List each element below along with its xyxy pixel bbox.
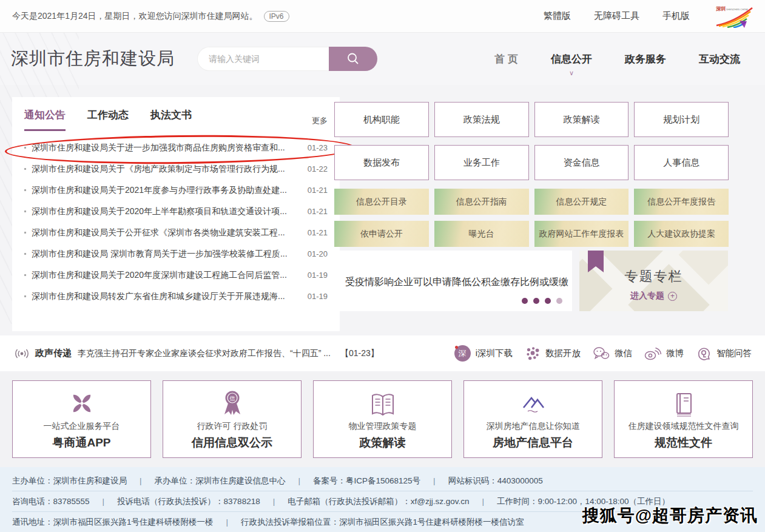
carousel-dot[interactable] <box>545 298 551 304</box>
i-shenzhen-app-icon: 深 <box>454 345 471 362</box>
carousel-dot[interactable] <box>522 298 528 304</box>
quicklink-button[interactable]: 政策解读 <box>534 102 629 137</box>
news-item-date: 01-22 <box>308 164 328 173</box>
enter-topics-link[interactable]: 进入专题+ <box>579 291 728 301</box>
nav-info-disclosure[interactable]: 信息公开∨ <box>534 33 608 85</box>
quicklink-button[interactable]: 人事信息 <box>634 145 729 180</box>
service-label: 微博 <box>666 348 684 359</box>
service-data-open[interactable]: 数据开放 <box>525 346 581 362</box>
more-link[interactable]: 更多 <box>312 115 328 131</box>
quicklink-button[interactable]: 数据发布 <box>334 145 429 180</box>
bullet-icon <box>24 168 26 170</box>
service-weibo[interactable]: 微博 <box>644 346 684 360</box>
quicklink-button[interactable]: 规划计划 <box>634 102 729 137</box>
news-item[interactable]: 深圳市住房和建设局转发广东省住房和城乡建设厅关于开展违规海... 01-19 <box>24 286 328 307</box>
quicklink-button[interactable]: 信息公开指南 <box>434 189 529 215</box>
service-ishenzhen-download[interactable]: 深 i深圳下载 <box>454 345 513 362</box>
quicklink-button[interactable]: 信息公开年度报告 <box>634 189 729 215</box>
footer-row-2: 咨询电话：83785555投诉电话（行政执法投诉）：83788218电子邮箱（行… <box>12 491 753 511</box>
special-topics-card[interactable]: 专题专栏 进入专题+ <box>579 251 728 311</box>
nav-home[interactable]: 首 页∨ <box>478 33 534 85</box>
card-policy-interpretation[interactable]: 物业管理政策专题 政策解读 <box>313 380 452 458</box>
quicklink-button[interactable]: 业务工作 <box>434 145 529 180</box>
news-item-title[interactable]: 深圳市住房和建设局关于2021年度参与办理行政事务及协助查处建... <box>32 185 302 196</box>
enter-topics-label: 进入专题 <box>630 291 664 300</box>
card-title: 政策解读 <box>360 435 406 451</box>
flower-icon <box>67 389 96 418</box>
credit-medal-icon: 信 <box>218 389 247 418</box>
news-item[interactable]: 深圳市住房和建设局关于2020年度深圳市建设工程施工合同后监管... 01-19 <box>24 264 328 286</box>
news-item-title[interactable]: 深圳市住房和建设局关于公开征求《深圳市各类物业建筑安装工程... <box>32 227 302 238</box>
quicklink-button[interactable]: 机构职能 <box>334 102 429 137</box>
ticker-date: 【01-23】 <box>340 348 379 359</box>
card-normative-documents[interactable]: 住房建设领域规范性文件查询 规范性文件 <box>614 380 753 458</box>
service-wechat[interactable]: 微信 <box>593 346 632 360</box>
carousel-dot[interactable] <box>533 298 539 304</box>
quicklink-button[interactable]: 曝光台 <box>434 221 529 247</box>
news-item[interactable]: 深圳市住房和建设局关于《房地产政策制定与市场管理行政行为规... 01-22 <box>24 158 328 180</box>
quicklink-button[interactable]: 政策法规 <box>434 102 529 137</box>
news-item-title[interactable]: 深圳市住房和建设局关于2020年上半年勘察项目和轨道交通设计项... <box>32 206 302 217</box>
footer-text: 通讯地址：深圳市福田区振兴路1号住建科研楼附楼一楼 <box>12 517 214 527</box>
card-yueshangtong-app[interactable]: 一站式企业服务平台 粤商通APP <box>12 380 151 458</box>
news-item-title[interactable]: 深圳市住房和建设局关于进一步加强我市商品住房购房资格审查和... <box>32 143 302 153</box>
search-button[interactable] <box>329 47 377 71</box>
topbar-link[interactable]: 繁體版 <box>544 10 571 22</box>
quicklink-button[interactable]: 信息公开目录 <box>334 189 429 215</box>
svg-text:SHENZHEN·CHINA: SHENZHEN·CHINA <box>726 8 748 11</box>
news-tab[interactable]: 工作动态 <box>87 108 129 131</box>
card-subtitle: 住房建设领域规范性文件查询 <box>629 421 739 432</box>
nav-services-label: 政务服务 <box>625 52 666 66</box>
card-title: 粤商通APP <box>52 435 110 451</box>
nav-gov-services[interactable]: 政务服务∨ <box>608 33 682 85</box>
notice-carousel[interactable]: 受疫情影响企业可以申请降低公积金缴存比例或缓缴 <box>334 251 572 311</box>
topbar-links: 繁體版无障碍工具手机版 <box>544 10 690 22</box>
news-item[interactable]: 深圳市住房和建设局关于2020年上半年勘察项目和轨道交通设计项... 01-21 <box>24 201 328 222</box>
nav-interaction[interactable]: 互动交流∨ <box>682 33 757 85</box>
service-smart-qa[interactable]: 智能问答 <box>696 346 752 362</box>
news-tab[interactable]: 执法文书 <box>150 108 192 131</box>
news-item[interactable]: 深圳市住房和建设局 深圳市教育局关于进一步加强学校装修工程质... 01-20 <box>24 243 328 264</box>
topbar-link[interactable]: 无障碍工具 <box>594 10 639 22</box>
ipv6-badge[interactable]: IPv6 <box>264 11 289 22</box>
card-subtitle: 深圳房地产信息让你知道 <box>487 421 580 432</box>
special-topics-title: 专题专栏 <box>579 268 728 286</box>
news-item-title[interactable]: 深圳市住房和建设局转发广东省住房和城乡建设厅关于开展违规海... <box>32 291 302 302</box>
footer-text: 网站标识码：4403000005 <box>420 476 543 485</box>
open-book-icon <box>368 391 397 418</box>
page: 今天是2021年1月24日，星期日，欢迎您访问深圳市住建局网站。 IPv6 繁體… <box>0 0 765 532</box>
broadcast-icon <box>13 348 30 359</box>
topbar-link[interactable]: 手机版 <box>662 10 690 22</box>
shenzhen-rainbow-bird-logo[interactable]: 深圳 SHENZHEN·CHINA <box>715 5 753 28</box>
main-section: 通知公告工作动态执法文书 更多 深圳市住房和建设局关于进一步加强我市商品住房购房… <box>0 85 765 335</box>
card-credit-disclosure[interactable]: 信 行政许可 行政处罚 信用信息双公示 <box>163 380 302 458</box>
topbar: 今天是2021年1月24日，星期日，欢迎您访问深圳市住建局网站。 IPv6 繁體… <box>0 0 765 33</box>
footer-text: 行政执法投诉举报箱位置：深圳市福田区振兴路1号住建科研楼附楼一楼信访室 <box>214 517 524 527</box>
news-item-date: 01-21 <box>308 228 328 237</box>
news-item[interactable]: 深圳市住房和建设局关于2021年度参与办理行政事务及协助查处建... 01-21 <box>24 180 328 201</box>
quicklink-button[interactable]: 依申请公开 <box>334 221 429 247</box>
ticker-headline[interactable]: 李克强主持召开专家企业家座谈会征求对政府工作报告、“十四五” ... <box>78 348 331 359</box>
footer-row-1: 主办单位：深圳市住房和建设局承办单位：深圳市住房建设信息中心备案号：粤ICP备1… <box>12 471 753 491</box>
card-real-estate-platform[interactable]: 深圳房地产信息让你知道 房地产信息平台 <box>463 380 602 458</box>
closed-book-icon <box>669 390 698 418</box>
quicklink-button[interactable]: 人大建议政协提案 <box>634 221 729 247</box>
news-tab[interactable]: 通知公告 <box>24 108 66 131</box>
news-item-date: 01-19 <box>308 292 328 301</box>
quicklink-button[interactable]: 资金信息 <box>534 145 629 180</box>
news-item[interactable]: 深圳市住房和建设局关于进一步加强我市商品住房购房资格审查和... 01-23 <box>24 137 328 158</box>
news-item-title[interactable]: 深圳市住房和建设局关于2020年度深圳市建设工程施工合同后监管... <box>32 270 302 281</box>
footer-text: 电子邮箱（行政执法投诉邮箱）：xf@zjj.sz.gov.cn <box>260 497 470 506</box>
nav-home-label: 首 页 <box>494 52 518 66</box>
quicklinks-white-grid: 机构职能政策法规政策解读规划计划数据发布业务工作资金信息人事信息 <box>334 102 729 180</box>
bullet-icon <box>24 274 26 276</box>
quicklink-button[interactable]: 政府网站工作年度报表 <box>534 221 629 247</box>
card-title: 规范性文件 <box>655 435 712 451</box>
news-item[interactable]: 深圳市住房和建设局关于公开征求《深圳市各类物业建筑安装工程... 01-21 <box>24 222 328 243</box>
news-item-title[interactable]: 深圳市住房和建设局关于《房地产政策制定与市场管理行政行为规... <box>32 164 302 175</box>
search-input[interactable] <box>197 47 329 71</box>
carousel-dot[interactable] <box>556 298 562 304</box>
news-item-title[interactable]: 深圳市住房和建设局 深圳市教育局关于进一步加强学校装修工程质... <box>32 249 302 260</box>
quicklink-button[interactable]: 信息公开规定 <box>534 189 629 215</box>
carousel-headline[interactable]: 受疫情影响企业可以申请降低公积金缴存比例或缓缴 <box>345 276 568 289</box>
